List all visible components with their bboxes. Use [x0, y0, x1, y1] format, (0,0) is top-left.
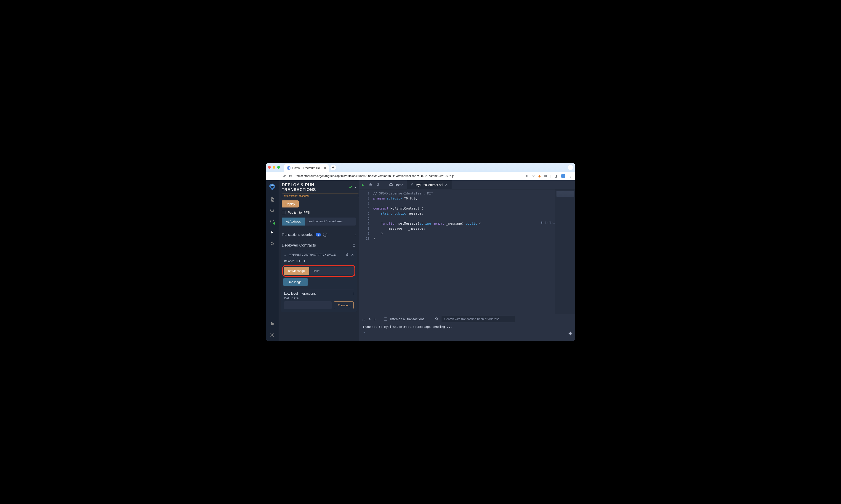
panel-title: DEPLOY & RUN TRANSACTIONS [282, 183, 347, 192]
nav-back-icon[interactable]: ← [269, 174, 273, 178]
svg-line-6 [273, 211, 274, 213]
evm-version-pill: evm version: shanghai [282, 194, 359, 198]
calldata-input[interactable] [284, 301, 331, 309]
metamask-extension-icon[interactable]: ◆ [538, 174, 541, 178]
solidity-file-icon [410, 183, 414, 187]
nav-forward-icon[interactable]: → [276, 174, 279, 178]
zoom-icon[interactable]: ⊕ [526, 174, 529, 178]
svg-line-20 [379, 185, 380, 186]
deployed-contract-card: ⌄ MYFIRSTCONTRACT AT 0X10F...E ✕ Balance… [281, 250, 357, 312]
site-info-icon[interactable] [289, 174, 292, 178]
deploy-button[interactable]: Deploy [282, 200, 299, 208]
zoom-in-icon[interactable] [375, 183, 382, 187]
activity-indicator-icon [569, 332, 571, 335]
copy-icon[interactable] [345, 253, 349, 257]
terminal-output: transact to MyFirstContract.setMessage p… [359, 324, 575, 330]
remix-favicon-icon [287, 166, 290, 170]
svg-rect-15 [346, 253, 348, 255]
search-icon[interactable] [270, 208, 275, 213]
close-icon[interactable]: ✕ [351, 253, 354, 257]
browser-address-bar: ← → ⟳ remix.ethereum.org/#lang=en&optimi… [266, 172, 575, 180]
collapse-terminal-icon[interactable]: ⌄⌄ [362, 317, 365, 321]
browser-tabstrip: Remix - Ethereum IDE × + ⌄ [266, 163, 575, 172]
svg-point-13 [272, 335, 273, 336]
info-icon[interactable]: i [323, 233, 327, 237]
browser-tab-remix[interactable]: Remix - Ethereum IDE × [284, 164, 329, 172]
run-script-icon[interactable]: ▶ [359, 183, 367, 187]
publish-ipfs-label: Publish to IPFS [288, 211, 310, 214]
tabs-dropdown-icon[interactable]: ⌄ [568, 165, 573, 170]
terminal-prompt[interactable]: > [359, 330, 575, 337]
svg-rect-4 [272, 198, 274, 201]
tx-count-badge: 2 [316, 233, 321, 236]
line-gutter: 12345678910 [359, 190, 372, 313]
plugin-manager-icon[interactable] [270, 321, 275, 327]
at-address-button[interactable]: At Address [282, 218, 305, 226]
compile-success-badge-icon [273, 222, 276, 225]
close-file-tab-icon[interactable]: ✕ [445, 183, 448, 187]
bookmark-icon[interactable]: ☆ [532, 174, 535, 178]
publish-ipfs-checkbox[interactable] [282, 211, 286, 214]
svg-line-12 [273, 245, 274, 245]
message-getter-button[interactable]: message [283, 278, 308, 286]
minimize-window-icon[interactable] [273, 166, 275, 169]
svg-rect-14 [346, 254, 348, 256]
deploy-run-panel: DEPLOY & RUN TRANSACTIONS ✔ › evm versio… [279, 180, 359, 341]
editor-toolbar: ▶ Home MyFirstCo [359, 180, 575, 190]
set-message-row: setMessage ⌄ [283, 266, 355, 276]
low-level-interactions-title: Low level interactions [284, 292, 316, 295]
tx-recorded-label: Transactions recorded [282, 233, 313, 236]
transactions-recorded-row[interactable]: Transactions recorded 2 i › [279, 229, 359, 240]
status-check-icon: ✔ [349, 185, 353, 190]
tab-home[interactable]: Home [385, 180, 407, 190]
terminal-search-input[interactable]: Search with transaction hash or address [442, 316, 515, 322]
at-address-input[interactable]: Load contract from Address [305, 218, 356, 226]
svg-line-11 [271, 245, 272, 245]
editor-area: ▶ Home MyFirstCo [359, 180, 575, 341]
new-tab-button[interactable]: + [330, 165, 336, 170]
toolbar-icons: ⊕ ☆ ◆ ⊞ | ◨ ⋮ [526, 174, 572, 178]
clear-terminal-icon[interactable]: ⊘ [368, 317, 371, 321]
settings-icon[interactable] [270, 332, 275, 338]
set-message-input[interactable] [310, 267, 354, 275]
home-tab-label: Home [395, 183, 403, 187]
close-tab-icon[interactable]: × [324, 166, 326, 170]
close-window-icon[interactable] [268, 166, 271, 169]
terminal: ⌄⌄ ⊘ 0 listen on all transactions Search… [359, 313, 575, 341]
url-field[interactable]: remix.ethereum.org/#lang=en&optimize=fal… [295, 174, 523, 178]
svg-line-17 [371, 185, 372, 186]
set-message-button[interactable]: setMessage [284, 267, 309, 275]
calldata-label: CALLDATA [281, 295, 357, 301]
tab-myfirstcontract[interactable]: MyFirstContract.sol ✕ [407, 180, 451, 190]
panel-expand-icon[interactable]: › [355, 185, 356, 190]
kebab-menu-icon[interactable]: ⋮ [569, 174, 572, 178]
sidebar-toggle-icon[interactable]: ◨ [554, 174, 557, 178]
browser-window: Remix - Ethereum IDE × + ⌄ ← → ⟳ remix.e… [266, 163, 575, 341]
compiler-icon[interactable] [270, 219, 275, 224]
svg-point-23 [435, 318, 437, 320]
trash-icon[interactable] [352, 243, 356, 248]
listen-label: listen on all transactions [390, 317, 424, 321]
info-icon[interactable]: i [353, 292, 354, 295]
contract-address-label: MYFIRSTCONTRACT AT 0X10F...E [289, 253, 343, 256]
profile-avatar-icon[interactable] [561, 174, 565, 178]
transact-button[interactable]: Transact [334, 301, 354, 309]
tab-title: Remix - Ethereum IDE [292, 166, 321, 169]
zoom-out-icon[interactable] [367, 183, 375, 187]
remix-logo-icon[interactable] [268, 183, 276, 191]
listen-checkbox[interactable] [384, 318, 387, 321]
terminal-search-icon[interactable] [435, 317, 438, 321]
nav-reload-icon[interactable]: ⟳ [283, 174, 286, 178]
extensions-icon[interactable]: ⊞ [544, 174, 547, 178]
code-editor[interactable]: 12345678910 // SPDX-License-Identifier: … [359, 190, 575, 313]
chevron-right-icon: › [355, 233, 356, 236]
at-address-row: At Address Load contract from Address [282, 218, 356, 226]
deploy-run-icon[interactable] [270, 230, 275, 235]
minimap[interactable] [555, 190, 575, 313]
home-icon [389, 183, 393, 187]
chevron-down-icon[interactable]: ⌄ [284, 253, 287, 257]
debugger-icon[interactable] [270, 240, 275, 246]
svg-line-9 [271, 243, 271, 243]
file-explorer-icon[interactable] [270, 197, 275, 202]
maximize-window-icon[interactable] [277, 166, 280, 169]
